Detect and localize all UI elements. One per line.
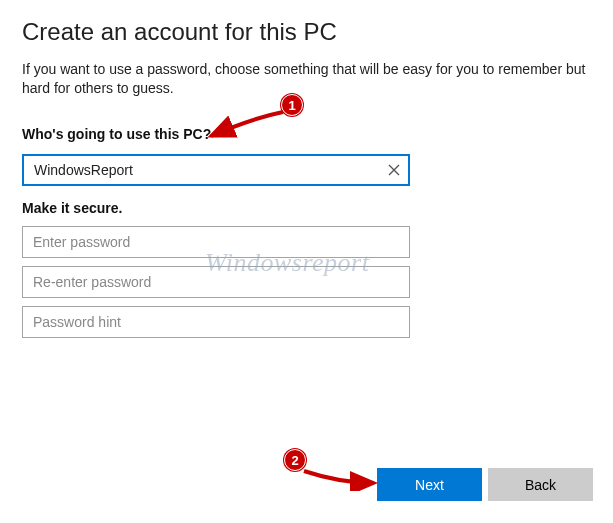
secure-section-label: Make it secure.: [22, 200, 591, 216]
annotation-badge-2: 2: [284, 449, 306, 471]
password-field: [22, 226, 410, 258]
page-title: Create an account for this PC: [22, 18, 591, 46]
annotation-arrow-2: [300, 461, 382, 491]
back-button[interactable]: Back: [488, 468, 593, 501]
user-section-label: Who's going to use this PC?: [22, 126, 591, 142]
password-input[interactable]: [22, 226, 410, 258]
password-hint-field: [22, 306, 410, 338]
password-confirm-input[interactable]: [22, 266, 410, 298]
username-field: [22, 154, 410, 186]
next-button[interactable]: Next: [377, 468, 482, 501]
footer-buttons: Next Back: [377, 468, 593, 501]
password-hint-input[interactable]: [22, 306, 410, 338]
password-confirm-field: [22, 266, 410, 298]
username-input[interactable]: [22, 154, 410, 186]
clear-icon[interactable]: [380, 156, 408, 184]
intro-text: If you want to use a password, choose so…: [22, 60, 591, 98]
